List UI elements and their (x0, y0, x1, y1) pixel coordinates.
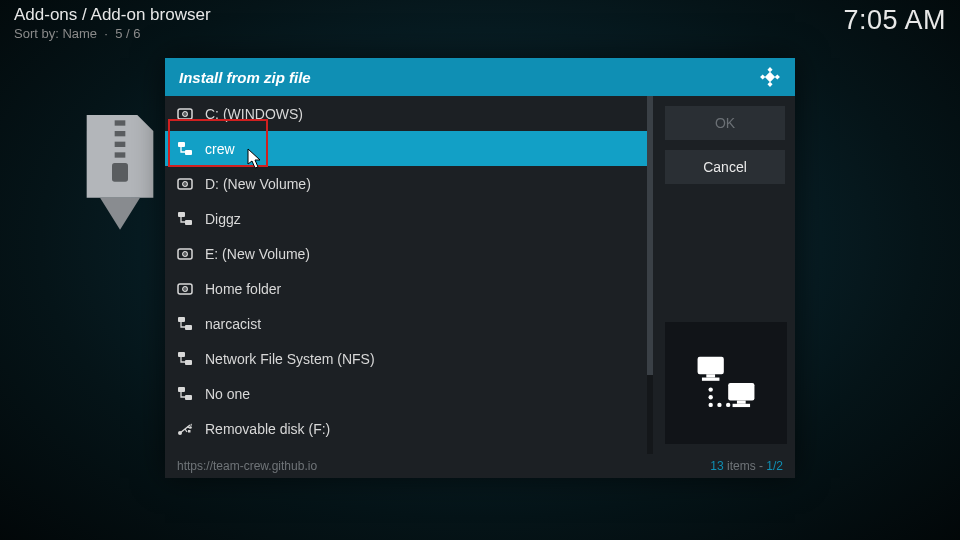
list-item-label: Network File System (NFS) (205, 351, 375, 367)
svg-rect-9 (765, 72, 775, 82)
list-item[interactable]: crew (165, 131, 647, 166)
list-item-label: Removable disk (F:) (205, 421, 330, 437)
drive-icon (177, 176, 193, 192)
list-item[interactable]: Network File System (NFS) (165, 341, 647, 376)
preview-thumbnail (665, 322, 787, 444)
svg-rect-6 (760, 74, 765, 79)
drive-icon (177, 106, 193, 122)
svg-point-16 (709, 387, 713, 391)
list-item[interactable]: No one (165, 376, 647, 411)
svg-point-20 (726, 403, 730, 407)
usb-icon (177, 421, 193, 437)
list-item[interactable]: narcacist (165, 306, 647, 341)
svg-rect-13 (728, 383, 754, 401)
svg-rect-1 (115, 131, 126, 136)
list-item-label: Diggz (205, 211, 241, 227)
svg-point-18 (709, 403, 713, 407)
svg-rect-14 (737, 401, 746, 404)
ok-button[interactable]: OK (665, 106, 785, 140)
list-item[interactable]: C: (WINDOWS) (165, 96, 647, 131)
svg-point-17 (709, 395, 713, 399)
drive-icon (177, 281, 193, 297)
svg-rect-5 (767, 67, 772, 72)
svg-rect-4 (112, 163, 128, 182)
drive-icon (177, 246, 193, 262)
zip-file-icon (80, 115, 160, 235)
list-item-label: D: (New Volume) (205, 176, 311, 192)
dialog-header: Install from zip file (165, 58, 795, 96)
footer-count: 13 items - 1/2 (710, 459, 783, 473)
list-item-label: C: (WINDOWS) (205, 106, 303, 122)
network-icon (177, 386, 193, 402)
list-item-label: crew (205, 141, 235, 157)
svg-rect-15 (733, 404, 751, 407)
kodi-logo-icon (759, 66, 781, 88)
svg-rect-10 (698, 357, 724, 375)
list-item-label: narcacist (205, 316, 261, 332)
network-icon (177, 211, 193, 227)
network-icon (177, 141, 193, 157)
svg-rect-8 (767, 82, 772, 87)
svg-rect-11 (706, 374, 715, 377)
breadcrumb: Add-ons / Add-on browser (14, 5, 211, 25)
sort-line: Sort by: Name · 5 / 6 (14, 26, 211, 41)
svg-rect-12 (702, 378, 720, 381)
svg-point-19 (717, 403, 721, 407)
list-item-label: Home folder (205, 281, 281, 297)
network-icon (177, 316, 193, 332)
dialog-title: Install from zip file (179, 69, 311, 86)
cancel-button[interactable]: Cancel (665, 150, 785, 184)
list-item-label: No one (205, 386, 250, 402)
list-item-label: E: (New Volume) (205, 246, 310, 262)
svg-rect-3 (115, 152, 126, 157)
list-item[interactable]: Diggz (165, 201, 647, 236)
svg-rect-0 (115, 120, 126, 125)
network-share-icon (691, 348, 761, 418)
file-list[interactable]: C: (WINDOWS)crewD: (New Volume)DiggzE: (… (165, 96, 647, 454)
scrollbar-thumb[interactable] (647, 96, 653, 375)
install-zip-dialog: Install from zip file C: (WINDOWS)crewD:… (165, 58, 795, 478)
network-icon (177, 351, 193, 367)
scrollbar[interactable] (647, 96, 653, 454)
footer-path: https://team-crew.github.io (177, 459, 317, 473)
list-item[interactable]: E: (New Volume) (165, 236, 647, 271)
list-item[interactable]: Home folder (165, 271, 647, 306)
clock: 7:05 AM (843, 5, 946, 36)
svg-rect-7 (775, 74, 780, 79)
list-item[interactable]: D: (New Volume) (165, 166, 647, 201)
list-item[interactable]: Removable disk (F:) (165, 411, 647, 446)
svg-rect-2 (115, 142, 126, 147)
